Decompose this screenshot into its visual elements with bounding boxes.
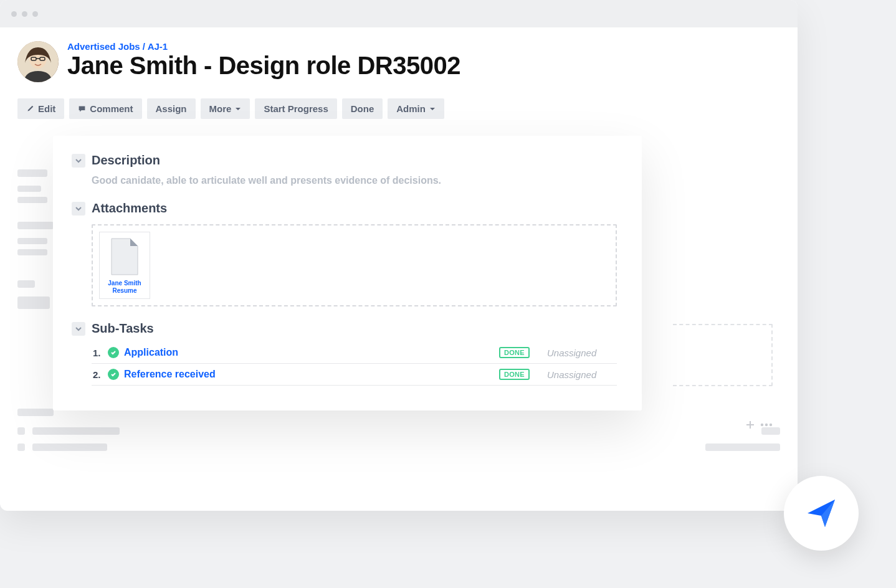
comment-label: Comment [90, 103, 133, 114]
subtasks-list: 1. Application DONE Unassigned 2. Refere… [92, 342, 617, 386]
background-dashed-area [673, 324, 773, 386]
subtask-assignee: Unassigned [547, 348, 616, 358]
window-chrome [0, 0, 798, 27]
issue-detail-card: Description Good canidate, able to artic… [53, 136, 642, 410]
pencil-icon [26, 105, 34, 113]
window-close-dot[interactable] [11, 11, 17, 17]
comment-button[interactable]: Comment [69, 98, 141, 119]
content-area: Advertised Jobs / AJ-1 Jane Smith - Desi… [0, 27, 798, 133]
window-max-dot[interactable] [32, 11, 38, 17]
status-badge: DONE [499, 369, 530, 380]
avatar[interactable] [17, 41, 59, 82]
chevron-down-icon [235, 106, 241, 112]
svg-point-6 [765, 424, 768, 426]
document-icon [109, 237, 140, 276]
subtask-assignee: Unassigned [547, 369, 616, 380]
check-icon [108, 347, 119, 358]
description-heading: Description [92, 153, 160, 168]
title-block: Advertised Jobs / AJ-1 Jane Smith - Desi… [67, 41, 460, 79]
comment-icon [78, 105, 86, 113]
plus-icon [745, 420, 755, 430]
collapse-attachments[interactable] [72, 202, 85, 216]
subtask-link[interactable]: Reference received [124, 369, 494, 380]
send-icon [804, 496, 839, 531]
page-title: Jane Smith - Design role DR35002 [67, 52, 460, 79]
svg-point-7 [770, 424, 772, 426]
window-min-dot[interactable] [22, 11, 27, 17]
edit-label: Edit [38, 103, 55, 114]
subtask-row[interactable]: 2. Reference received DONE Unassigned [92, 364, 617, 386]
subtask-number: 2. [93, 369, 103, 380]
attachments-section: Attachments Jane Smith Resume [72, 201, 617, 306]
attachment-item[interactable]: Jane Smith Resume [99, 232, 150, 299]
chevron-down-icon [75, 158, 82, 164]
chevron-down-icon [75, 326, 82, 332]
edit-button[interactable]: Edit [17, 98, 64, 119]
subtask-row[interactable]: 1. Application DONE Unassigned [92, 342, 617, 364]
more-label: More [209, 103, 232, 114]
subtask-number: 1. [93, 348, 103, 358]
collapse-description[interactable] [72, 154, 85, 168]
attachments-dropzone[interactable]: Jane Smith Resume [92, 224, 617, 306]
start-label: Start Progress [264, 103, 328, 114]
chevron-down-icon [429, 106, 436, 112]
status-badge: DONE [499, 347, 530, 358]
collapse-subtasks[interactable] [72, 322, 85, 336]
assign-button[interactable]: Assign [147, 98, 196, 119]
chevron-down-icon [75, 206, 82, 212]
breadcrumb[interactable]: Advertised Jobs / AJ-1 [67, 41, 460, 52]
toolbar: Edit Comment Assign More Start Progress … [17, 98, 780, 119]
description-text: Good canidate, able to articulate well a… [92, 175, 617, 186]
fab-button[interactable] [784, 476, 859, 551]
subtasks-section: Sub-Tasks 1. Application DONE Unassigned… [72, 321, 617, 386]
check-icon [108, 369, 119, 380]
attachment-name: Jane Smith Resume [102, 280, 147, 295]
admin-label: Admin [396, 103, 426, 114]
attachments-heading: Attachments [92, 201, 167, 216]
subtasks-heading: Sub-Tasks [92, 321, 154, 336]
start-progress-button[interactable]: Start Progress [255, 98, 336, 119]
ellipsis-icon [760, 423, 773, 427]
svg-point-5 [761, 424, 763, 426]
background-add-controls [745, 420, 773, 430]
assign-label: Assign [156, 103, 187, 114]
subtask-link[interactable]: Application [124, 347, 494, 358]
admin-button[interactable]: Admin [388, 98, 444, 119]
header: Advertised Jobs / AJ-1 Jane Smith - Desi… [17, 41, 780, 82]
description-section: Description Good canidate, able to artic… [72, 153, 617, 186]
done-label: Done [351, 103, 374, 114]
done-button[interactable]: Done [342, 98, 383, 119]
more-button[interactable]: More [201, 98, 250, 119]
